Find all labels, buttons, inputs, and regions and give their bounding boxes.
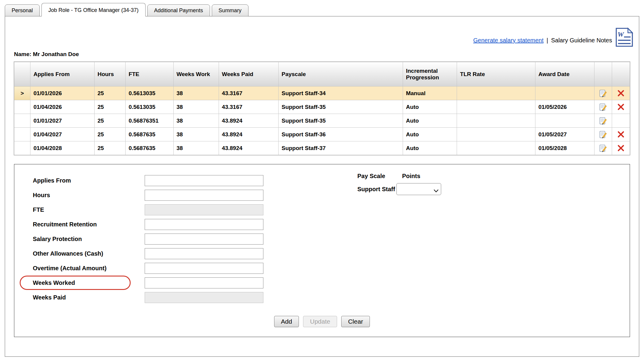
red-x-icon[interactable] <box>612 86 630 100</box>
field-row-recruitment-retention: Recruitment Retention <box>33 218 630 230</box>
cell-weeks-work: 38 <box>173 114 219 128</box>
cell-payscale: Support Staff-36 <box>278 128 403 141</box>
points-select[interactable] <box>396 183 441 195</box>
red-x-icon[interactable] <box>612 100 630 114</box>
cell-payscale: Support Staff-35 <box>278 100 403 114</box>
field-input-salary-protection[interactable] <box>145 234 263 245</box>
generate-salary-statement-link[interactable]: Generate salary statement <box>473 37 544 44</box>
clear-button[interactable]: Clear <box>341 316 370 327</box>
field-row-weeks-worked: Weeks Worked <box>33 277 630 289</box>
field-input-overtime-actual-amount[interactable] <box>145 263 263 274</box>
edit-note-icon[interactable] <box>594 128 612 141</box>
field-input-hours[interactable] <box>145 190 263 201</box>
edit-note-icon[interactable] <box>594 114 612 128</box>
add-button[interactable]: Add <box>274 316 299 327</box>
col-header-fte: FTE <box>126 62 174 86</box>
cell-applies-from: 01/04/2027 <box>30 128 95 141</box>
table-row[interactable]: >01/01/2026250.56130353843.3167Support S… <box>14 86 630 100</box>
field-row-weeks-paid: Weeks Paid <box>33 291 630 303</box>
cell-award-date: 01/05/2026 <box>535 100 594 114</box>
link-separator: | <box>546 37 548 44</box>
delete-icon-empty <box>612 114 630 128</box>
cell-applies-from: 01/04/2026 <box>30 100 95 114</box>
name-value: Mr Jonathan Doe <box>33 51 79 57</box>
payscale-row: Support Staff <box>357 183 441 195</box>
table-row[interactable]: 01/04/2026250.56130353843.3167Support St… <box>14 100 630 114</box>
field-label-salary-protection: Salary Protection <box>33 236 145 242</box>
payscale-header-label: Pay Scale <box>357 173 402 180</box>
tab-job-role-tg-office-manager-34-37[interactable]: Job Role - TG Office Manager (34-37) <box>41 3 145 16</box>
row-selector-cell[interactable] <box>14 100 30 114</box>
edit-note-icon[interactable] <box>594 100 612 114</box>
cell-incremental: Auto <box>403 114 457 128</box>
field-input-other-allowances-cash[interactable] <box>145 248 263 259</box>
table-row[interactable]: 01/04/2028250.56876353843.8924Support St… <box>14 141 630 155</box>
svg-text:W: W <box>617 30 624 38</box>
field-input-fte <box>145 204 263 215</box>
red-x-icon[interactable] <box>612 141 630 155</box>
field-row-overtime-actual-amount: Overtime (Actual Amount) <box>33 262 630 274</box>
form-fields: Applies FromHoursFTERecruitment Retentio… <box>33 174 630 303</box>
support-staff-label: Support Staff <box>357 186 395 193</box>
tab-additional-payments[interactable]: Additional Payments <box>147 4 210 16</box>
cell-incremental: Auto <box>403 141 457 155</box>
cell-weeks-paid: 43.8924 <box>219 141 278 155</box>
cell-award-date: 01/05/2028 <box>535 141 594 155</box>
cell-hours: 25 <box>94 141 125 155</box>
edit-note-icon[interactable] <box>594 86 612 100</box>
tab-personal[interactable]: Personal <box>5 4 40 16</box>
cell-award-date <box>535 86 594 100</box>
cell-weeks-paid: 43.3167 <box>219 100 278 114</box>
cell-tlr <box>457 141 535 155</box>
cell-payscale: Support Staff-35 <box>278 114 403 128</box>
cell-tlr <box>457 114 535 128</box>
field-input-recruitment-retention[interactable] <box>145 219 263 230</box>
col-header-tlr-rate: TLR Rate <box>457 62 535 86</box>
table-row[interactable]: 01/04/2027250.56876353843.8924Support St… <box>14 128 630 141</box>
payscale-section: Pay Scale Points Support Staff <box>357 173 441 195</box>
col-header-payscale: Payscale <box>278 62 403 86</box>
cell-weeks-paid: 43.8924 <box>219 114 278 128</box>
field-label-fte: FTE <box>33 206 145 213</box>
cell-tlr <box>457 86 535 100</box>
red-x-icon[interactable] <box>612 128 630 141</box>
cell-hours: 25 <box>94 100 125 114</box>
payscale-headers: Pay Scale Points <box>357 173 441 180</box>
col-header-blank <box>612 62 630 86</box>
job-role-form: Applies FromHoursFTERecruitment Retentio… <box>14 164 630 337</box>
word-document-icon[interactable]: W <box>615 27 634 49</box>
cell-award-date <box>535 114 594 128</box>
row-selector-cell[interactable] <box>14 128 30 141</box>
tab-bar: PersonalJob Role - TG Office Manager (34… <box>0 0 644 16</box>
cell-hours: 25 <box>94 114 125 128</box>
row-selector-cell[interactable] <box>14 114 30 128</box>
cell-weeks-paid: 43.3167 <box>219 86 278 100</box>
cell-fte: 0.5613035 <box>126 100 174 114</box>
tab-summary[interactable]: Summary <box>212 4 248 16</box>
cell-applies-from: 01/01/2027 <box>30 114 95 128</box>
field-input-applies-from[interactable] <box>145 175 263 186</box>
salary-guideline-notes-label: Salary Guideline Notes <box>551 37 612 44</box>
col-header-hours: Hours <box>94 62 125 86</box>
row-selector-marker[interactable]: > <box>14 86 30 100</box>
points-select-wrap <box>396 183 441 195</box>
field-label-other-allowances-cash: Other Allowances (Cash) <box>33 250 145 257</box>
table-row[interactable]: 01/01/2027250.568763513843.8924Support S… <box>14 114 630 128</box>
cell-fte: 0.56876351 <box>126 114 174 128</box>
field-label-overtime-actual-amount: Overtime (Actual Amount) <box>33 265 145 272</box>
field-input-weeks-worked[interactable] <box>145 277 263 288</box>
cell-incremental: Auto <box>403 128 457 141</box>
cell-fte: 0.5613035 <box>126 86 174 100</box>
field-row-salary-protection: Salary Protection <box>33 233 630 245</box>
employee-name-line: Name: Mr Jonathan Doe <box>14 51 639 58</box>
row-selector-cell[interactable] <box>14 141 30 155</box>
cell-applies-from: 01/04/2028 <box>30 141 95 155</box>
payscale-history-table: Applies FromHoursFTEWeeks WorkWeeks Paid… <box>14 62 630 155</box>
cell-tlr <box>457 128 535 141</box>
cell-fte: 0.5687635 <box>126 128 174 141</box>
job-role-panel: Generate salary statement | Salary Guide… <box>5 16 639 357</box>
edit-note-icon[interactable] <box>594 141 612 155</box>
field-label-recruitment-retention: Recruitment Retention <box>33 221 145 228</box>
cell-incremental: Manual <box>403 86 457 100</box>
cell-tlr <box>457 100 535 114</box>
